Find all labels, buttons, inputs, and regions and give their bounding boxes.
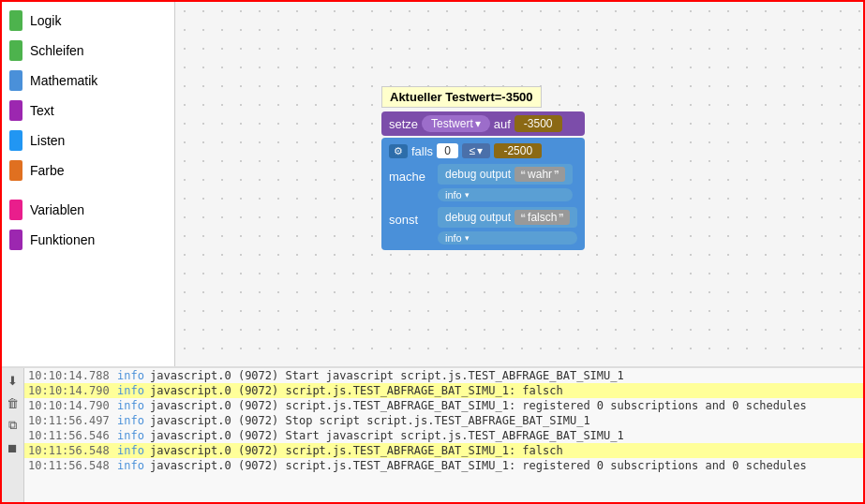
log-time: 10:11:56.546 bbox=[28, 429, 117, 442]
sidebar-label-listen: Listen bbox=[30, 133, 65, 148]
close-quote-1: ❞ bbox=[554, 169, 559, 181]
falls-block: ⚙ falls 0 ≤ -2500 mache bbox=[381, 138, 585, 250]
sidebar-label-farbe: Farbe bbox=[30, 163, 65, 178]
info-chevron-1 bbox=[465, 190, 470, 200]
sidebar-item-schleifen[interactable]: Schleifen bbox=[2, 36, 174, 66]
log-time: 10:11:56.548 bbox=[28, 459, 117, 472]
log-row: 10:10:14.788 info javascript.0 (9072) St… bbox=[24, 368, 863, 383]
setze-block[interactable]: setze Testwert auf -3500 bbox=[381, 111, 585, 136]
schleifen-color bbox=[9, 40, 22, 61]
setze-val-pill: -3500 bbox=[515, 115, 562, 132]
sidebar-item-logik[interactable]: Logik bbox=[2, 6, 174, 36]
log-content: 10:10:14.788 info javascript.0 (9072) St… bbox=[24, 368, 863, 502]
log-row: 10:10:14.790 info javascript.0 (9072) sc… bbox=[24, 383, 863, 398]
variablen-color bbox=[9, 200, 22, 220]
log-time: 10:10:14.790 bbox=[28, 384, 117, 397]
open-quote-1: ❝ bbox=[520, 169, 526, 181]
log-row: 10:10:14.790 info javascript.0 (9072) sc… bbox=[24, 398, 863, 413]
gear-icon[interactable]: ⚙ bbox=[389, 144, 408, 158]
log-row: 10:11:56.548 info javascript.0 (9072) sc… bbox=[24, 443, 863, 458]
log-level: info bbox=[117, 399, 150, 412]
sidebar-label-variablen: Variablen bbox=[30, 202, 84, 217]
log-message: javascript.0 (9072) Start javascript scr… bbox=[150, 429, 624, 442]
top-area: Logik Schleifen Mathematik Text Listen F… bbox=[2, 2, 863, 366]
logik-color bbox=[9, 10, 22, 31]
debug-block-1[interactable]: debug output ❝ wahr ❞ bbox=[438, 164, 573, 185]
auf-label: auf bbox=[494, 117, 511, 131]
log-level: info bbox=[117, 459, 150, 472]
sidebar-item-listen[interactable]: Listen bbox=[2, 126, 174, 156]
sidebar-item-funktionen[interactable]: Funktionen bbox=[2, 225, 174, 255]
pause-icon[interactable]: ⏹ bbox=[5, 439, 22, 456]
download-icon[interactable]: ⬇ bbox=[5, 372, 22, 389]
op-chevron bbox=[477, 144, 483, 157]
copy-icon[interactable]: ⧉ bbox=[5, 417, 22, 434]
log-message: javascript.0 (9072) Start javascript scr… bbox=[150, 369, 624, 382]
info-label-1: info bbox=[445, 189, 462, 200]
sidebar: Logik Schleifen Mathematik Text Listen F… bbox=[2, 2, 175, 366]
debug-block-2[interactable]: debug output ❝ falsch ❞ bbox=[438, 207, 577, 228]
var-pill[interactable]: Testwert bbox=[422, 115, 490, 132]
setze-val: -3500 bbox=[524, 117, 553, 130]
log-time: 10:11:56.497 bbox=[28, 414, 117, 427]
op-pill[interactable]: ≤ bbox=[462, 143, 491, 158]
falls-op: ≤ bbox=[470, 144, 476, 157]
sidebar-label-text: Text bbox=[30, 103, 54, 118]
sidebar-item-farbe[interactable]: Farbe bbox=[2, 156, 174, 185]
log-row: 10:11:56.497 info javascript.0 (9072) St… bbox=[24, 413, 863, 428]
log-message: javascript.0 (9072) script.js.TEST_ABFRA… bbox=[150, 399, 807, 412]
setze-label: setze bbox=[389, 117, 418, 131]
farbe-color bbox=[9, 160, 22, 181]
falls-header: ⚙ falls 0 ≤ -2500 bbox=[385, 141, 581, 160]
sidebar-label-funktionen: Funktionen bbox=[30, 232, 95, 247]
debug-val-1: wahr bbox=[528, 168, 552, 181]
sonst-inner: debug output ❝ falsch ❞ info bbox=[438, 207, 577, 245]
sonst-section: sonst debug output ❝ falsch ❞ bbox=[389, 207, 577, 245]
sidebar-item-text[interactable]: Text bbox=[2, 96, 174, 126]
sidebar-label-mathematik: Mathematik bbox=[30, 73, 97, 88]
mache-label: mache bbox=[389, 164, 434, 184]
mache-inner: debug output ❝ wahr ❞ info bbox=[438, 164, 573, 201]
log-toolbar: ⬇ 🗑 ⧉ ⏹ bbox=[2, 368, 24, 502]
info-pill-2[interactable]: info bbox=[438, 231, 577, 245]
sidebar-item-variablen[interactable]: Variablen bbox=[2, 195, 174, 225]
log-message: javascript.0 (9072) script.js.TEST_ABFRA… bbox=[150, 444, 563, 457]
log-level: info bbox=[117, 384, 150, 397]
mathematik-color bbox=[9, 70, 22, 91]
open-quote-2: ❝ bbox=[520, 212, 526, 224]
log-message: javascript.0 (9072) Stop script script.j… bbox=[150, 414, 590, 427]
canvas-area: Aktueller Testwert=-3500 setze Testwert … bbox=[175, 2, 863, 366]
funktionen-color bbox=[9, 230, 22, 250]
str-pill-2: ❝ falsch ❞ bbox=[515, 210, 570, 225]
log-time: 10:10:14.788 bbox=[28, 369, 117, 382]
close-quote-2: ❞ bbox=[559, 212, 564, 224]
log-level: info bbox=[117, 429, 150, 442]
debug-label-1: debug output bbox=[445, 168, 511, 181]
falls-val: -2500 bbox=[494, 143, 542, 158]
info-chevron-2 bbox=[465, 233, 470, 243]
sidebar-label-logik: Logik bbox=[30, 13, 61, 28]
log-level: info bbox=[117, 414, 150, 427]
delete-icon[interactable]: 🗑 bbox=[5, 394, 22, 411]
listen-color bbox=[9, 130, 22, 151]
var-name: Testwert bbox=[431, 117, 473, 130]
mache-section: mache debug output ❝ wahr ❞ bbox=[389, 164, 577, 201]
var-chevron bbox=[475, 117, 481, 130]
info-label-2: info bbox=[445, 232, 462, 244]
app-container: Logik Schleifen Mathematik Text Listen F… bbox=[2, 2, 863, 502]
info-pill-1[interactable]: info bbox=[438, 188, 573, 201]
log-row: 10:11:56.546 info javascript.0 (9072) St… bbox=[24, 428, 863, 443]
tooltip-box: Aktueller Testwert=-3500 bbox=[381, 86, 542, 108]
falls-num: 0 bbox=[437, 143, 458, 158]
log-level: info bbox=[117, 369, 150, 382]
sonst-label: sonst bbox=[389, 207, 434, 227]
log-level: info bbox=[117, 444, 150, 457]
str-pill-1: ❝ wahr ❞ bbox=[515, 167, 565, 182]
log-message: javascript.0 (9072) script.js.TEST_ABFRA… bbox=[150, 384, 563, 397]
log-row: 10:11:56.548 info javascript.0 (9072) sc… bbox=[24, 458, 863, 473]
sidebar-item-mathematik[interactable]: Mathematik bbox=[2, 66, 174, 96]
log-time: 10:11:56.548 bbox=[28, 444, 117, 457]
falls-label: falls bbox=[411, 144, 433, 158]
log-area: ⬇ 🗑 ⧉ ⏹ 10:10:14.788 info javascript.0 (… bbox=[2, 366, 863, 502]
debug-label-2: debug output bbox=[445, 211, 511, 224]
